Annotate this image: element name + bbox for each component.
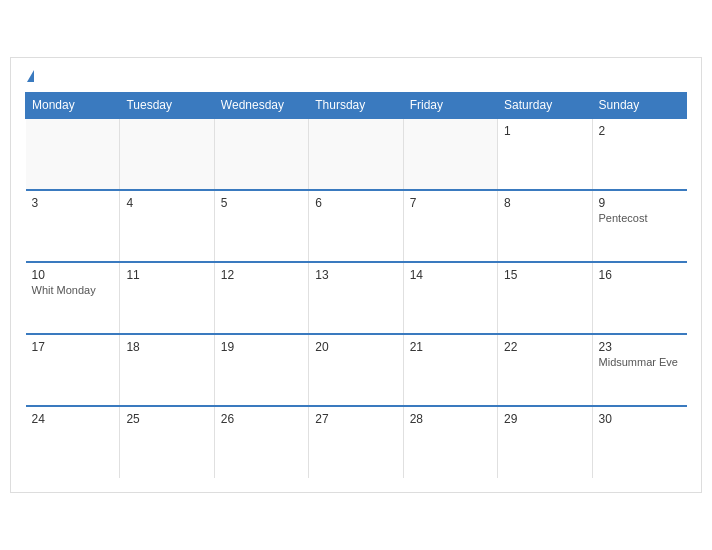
day-number: 5 xyxy=(221,196,302,210)
day-number: 19 xyxy=(221,340,302,354)
day-number: 16 xyxy=(599,268,681,282)
holiday-label: Pentecost xyxy=(599,212,681,224)
calendar-cell: 25 xyxy=(120,406,214,478)
day-number: 8 xyxy=(504,196,585,210)
day-number: 10 xyxy=(32,268,114,282)
week-row-3: 10Whit Monday111213141516 xyxy=(26,262,687,334)
day-number: 3 xyxy=(32,196,114,210)
day-number: 24 xyxy=(32,412,114,426)
day-number: 6 xyxy=(315,196,396,210)
day-number: 26 xyxy=(221,412,302,426)
day-number: 28 xyxy=(410,412,491,426)
days-header-row: MondayTuesdayWednesdayThursdayFridaySatu… xyxy=(26,93,687,119)
calendar-cell: 24 xyxy=(26,406,120,478)
day-number: 25 xyxy=(126,412,207,426)
day-number: 2 xyxy=(599,124,681,138)
calendar-cell: 19 xyxy=(214,334,308,406)
day-number: 12 xyxy=(221,268,302,282)
day-header-saturday: Saturday xyxy=(498,93,592,119)
calendar-cell: 18 xyxy=(120,334,214,406)
calendar-cell: 8 xyxy=(498,190,592,262)
calendar-cell: 4 xyxy=(120,190,214,262)
calendar-cell: 26 xyxy=(214,406,308,478)
day-header-tuesday: Tuesday xyxy=(120,93,214,119)
day-header-sunday: Sunday xyxy=(592,93,686,119)
calendar: MondayTuesdayWednesdayThursdayFridaySatu… xyxy=(10,57,702,493)
calendar-cell: 1 xyxy=(498,118,592,190)
calendar-cell: 21 xyxy=(403,334,497,406)
day-number: 13 xyxy=(315,268,396,282)
day-header-monday: Monday xyxy=(26,93,120,119)
day-number: 20 xyxy=(315,340,396,354)
day-number: 17 xyxy=(32,340,114,354)
calendar-cell: 29 xyxy=(498,406,592,478)
day-number: 7 xyxy=(410,196,491,210)
calendar-cell: 28 xyxy=(403,406,497,478)
day-number: 27 xyxy=(315,412,396,426)
holiday-label: Whit Monday xyxy=(32,284,114,296)
day-header-friday: Friday xyxy=(403,93,497,119)
day-number: 21 xyxy=(410,340,491,354)
calendar-cell xyxy=(26,118,120,190)
logo-general xyxy=(25,70,34,82)
calendar-cell: 30 xyxy=(592,406,686,478)
week-row-5: 24252627282930 xyxy=(26,406,687,478)
calendar-cell: 9Pentecost xyxy=(592,190,686,262)
calendar-cell: 12 xyxy=(214,262,308,334)
calendar-cell: 3 xyxy=(26,190,120,262)
logo xyxy=(25,70,34,82)
day-number: 14 xyxy=(410,268,491,282)
day-header-thursday: Thursday xyxy=(309,93,403,119)
day-number: 29 xyxy=(504,412,585,426)
calendar-cell: 14 xyxy=(403,262,497,334)
calendar-cell: 22 xyxy=(498,334,592,406)
day-number: 18 xyxy=(126,340,207,354)
calendar-cell: 23Midsummar Eve xyxy=(592,334,686,406)
calendar-cell: 7 xyxy=(403,190,497,262)
calendar-cell xyxy=(214,118,308,190)
day-number: 30 xyxy=(599,412,681,426)
day-header-wednesday: Wednesday xyxy=(214,93,308,119)
calendar-cell: 13 xyxy=(309,262,403,334)
calendar-cell: 27 xyxy=(309,406,403,478)
calendar-table: MondayTuesdayWednesdayThursdayFridaySatu… xyxy=(25,92,687,478)
calendar-header xyxy=(25,70,687,82)
week-row-1: 12 xyxy=(26,118,687,190)
calendar-cell: 6 xyxy=(309,190,403,262)
day-number: 15 xyxy=(504,268,585,282)
logo-triangle-icon xyxy=(27,70,34,82)
calendar-cell: 15 xyxy=(498,262,592,334)
day-number: 1 xyxy=(504,124,585,138)
holiday-label: Midsummar Eve xyxy=(599,356,681,368)
calendar-cell: 20 xyxy=(309,334,403,406)
calendar-cell: 2 xyxy=(592,118,686,190)
calendar-cell: 10Whit Monday xyxy=(26,262,120,334)
calendar-cell: 11 xyxy=(120,262,214,334)
day-number: 23 xyxy=(599,340,681,354)
calendar-cell xyxy=(120,118,214,190)
day-number: 9 xyxy=(599,196,681,210)
day-number: 4 xyxy=(126,196,207,210)
calendar-cell xyxy=(309,118,403,190)
calendar-cell: 17 xyxy=(26,334,120,406)
week-row-4: 17181920212223Midsummar Eve xyxy=(26,334,687,406)
calendar-cell: 5 xyxy=(214,190,308,262)
calendar-cell xyxy=(403,118,497,190)
day-number: 22 xyxy=(504,340,585,354)
day-number: 11 xyxy=(126,268,207,282)
calendar-cell: 16 xyxy=(592,262,686,334)
week-row-2: 3456789Pentecost xyxy=(26,190,687,262)
